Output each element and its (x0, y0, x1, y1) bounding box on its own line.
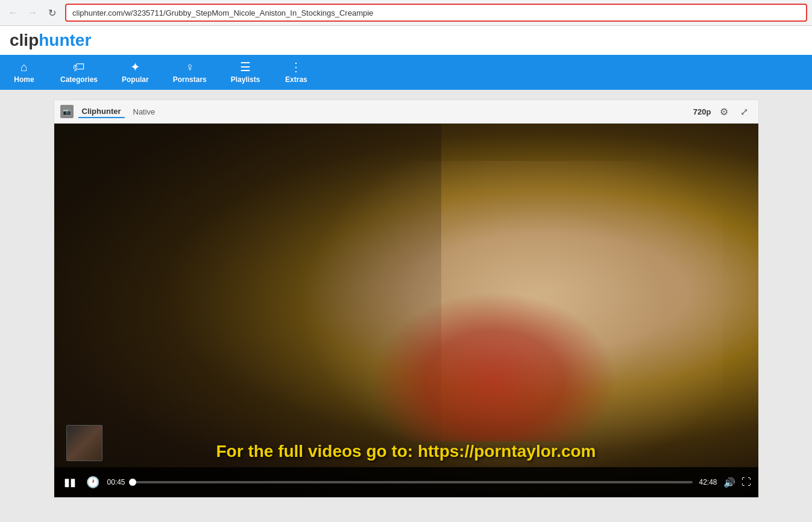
browser-toolbar: ← → ↻ (0, 0, 812, 25)
video-red-overlay (371, 292, 617, 441)
nav-item-extras[interactable]: ⋮ Extras (272, 55, 320, 90)
address-bar[interactable] (65, 4, 807, 22)
tab-native[interactable]: Native (130, 106, 159, 118)
nav-item-pornstars[interactable]: ♀ Pornstars (161, 55, 219, 90)
player-settings-button[interactable]: ⚙ (716, 104, 732, 119)
main-content: 📷 Cliphunter Native 720p ⚙ ⤢ (0, 90, 812, 508)
video-background (54, 124, 758, 497)
browser-nav-buttons: ← → ↻ (5, 4, 60, 21)
volume-button[interactable]: 🔊 (723, 477, 735, 488)
total-time: 42:48 (699, 478, 717, 486)
forward-button[interactable]: → (24, 4, 41, 21)
popular-icon: ✦ (130, 61, 140, 73)
quality-badge[interactable]: 720p (693, 107, 711, 116)
video-frame[interactable]: For the full videos go to: https://pornt… (54, 124, 758, 497)
logo-hunter: hunter (39, 31, 91, 49)
video-bright-overlay (300, 161, 723, 479)
pause-button[interactable]: ▮▮ (61, 474, 78, 491)
tab-cliphunter[interactable]: Cliphunter (78, 105, 125, 118)
nav-label-categories: Categories (60, 75, 98, 84)
nav-item-categories[interactable]: 🏷 Categories (48, 55, 110, 90)
site-logo[interactable]: cliphunter (10, 31, 91, 50)
player-tabs: 📷 Cliphunter Native 720p ⚙ ⤢ (54, 100, 758, 124)
player-controls-right: 720p ⚙ ⤢ (693, 104, 752, 119)
home-icon: ⌂ (20, 61, 28, 73)
back-button[interactable]: ← (5, 4, 22, 21)
player-expand-button[interactable]: ⤢ (737, 104, 752, 119)
nav-item-popular[interactable]: ✦ Popular (110, 55, 161, 90)
nav-label-popular: Popular (122, 75, 149, 84)
player-container: 📷 Cliphunter Native 720p ⚙ ⤢ (54, 99, 759, 498)
address-bar-container (65, 4, 807, 22)
nav-label-pornstars: Pornstars (173, 75, 207, 84)
current-time: 00:45 (107, 478, 125, 486)
logo-clip: clip (10, 31, 39, 49)
site-header: cliphunter (0, 26, 812, 55)
progress-bar[interactable] (131, 481, 693, 483)
extras-icon: ⋮ (290, 61, 302, 73)
nav-item-home[interactable]: ⌂ Home (0, 55, 48, 90)
nav-label-playlists: Playlists (231, 75, 260, 84)
video-thumbnail (66, 425, 102, 461)
nav-item-playlists[interactable]: ☰ Playlists (219, 55, 272, 90)
clock-button[interactable]: 🕐 (84, 474, 101, 491)
nav-bar: ⌂ Home 🏷 Categories ✦ Popular ♀ Pornstar… (0, 55, 812, 90)
categories-icon: 🏷 (73, 61, 85, 73)
video-dark-overlay (54, 124, 441, 497)
player-source-icon: 📷 (60, 105, 74, 118)
video-controls: ▮▮ 🕐 00:45 42:48 🔊 ⛶ (54, 467, 758, 497)
progress-handle[interactable] (129, 479, 136, 486)
nav-label-extras: Extras (285, 75, 307, 84)
reload-button[interactable]: ↻ (43, 4, 60, 21)
browser-chrome: ← → ↻ (0, 0, 812, 26)
pornstars-icon: ♀ (185, 61, 194, 73)
nav-label-home: Home (14, 75, 34, 84)
fullscreen-button[interactable]: ⛶ (741, 477, 751, 488)
playlists-icon: ☰ (240, 61, 251, 73)
